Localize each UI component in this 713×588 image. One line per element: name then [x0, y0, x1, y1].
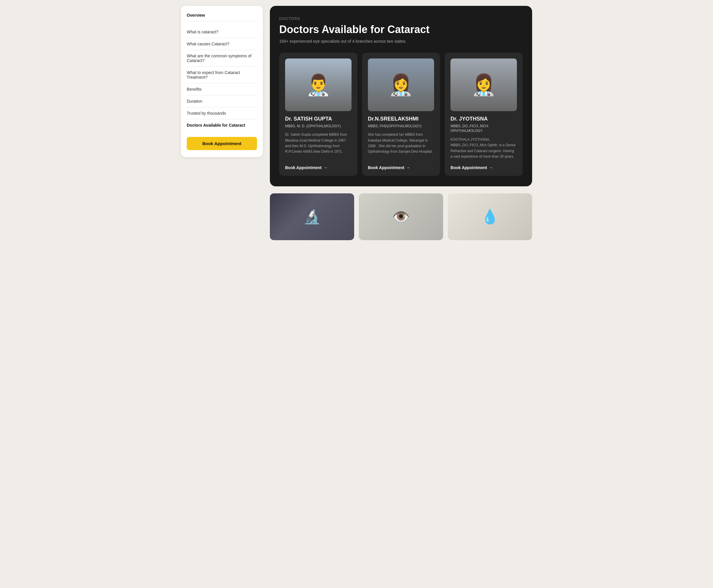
arrow-icon: →	[489, 165, 493, 170]
sidebar-item-common-symptoms[interactable]: What are the common symptoms of Cataract…	[187, 50, 257, 67]
man-eye-img-content: 👁️	[359, 193, 443, 240]
doctor-degree-dr-jyothsna: MBBS.,DO.,FICO.,MCH. OPHTHALMOLOGY.	[450, 124, 517, 134]
sidebar-item-duration[interactable]: Duration	[187, 96, 257, 107]
sidebar-nav: What is cataract?What causes Cataract?Wh…	[187, 26, 257, 131]
sidebar-item-trusted[interactable]: Trusted by thousands	[187, 107, 257, 119]
sidebar-overview-label: Overview	[187, 13, 257, 21]
book-appointment-label: Book Appointment	[450, 165, 487, 170]
page-layout: Overview What is cataract?What causes Ca…	[181, 6, 532, 240]
sidebar-item-what-is-cataract[interactable]: What is cataract?	[187, 26, 257, 38]
doctors-section-title: Doctors Available for Cataract	[279, 24, 523, 36]
doctors-section: DOCTORS Doctors Available for Cataract 1…	[270, 6, 532, 186]
doctors-section-subtitle: 150+ experienced eye specialists out of …	[279, 38, 523, 44]
doctor-name-dr-n-sreelakshmi: Dr.N.SREELAKSHMI	[368, 116, 434, 122]
doctor-card-dr-jyothsna: 👩‍⚕️Dr. JYOTHSNAMBBS.,DO.,FICO.,MCH. OPH…	[445, 52, 523, 176]
sidebar-item-what-to-expect[interactable]: What to expect from Cataract Treatment?	[187, 67, 257, 83]
doctor-name-dr-satish-gupta: Dr. SATISH GUPTA	[285, 116, 351, 122]
doctor-avatar-dr-satish-gupta: 👨‍⚕️	[285, 59, 351, 111]
sidebar-item-what-causes-cataract[interactable]: What causes Cataract?	[187, 38, 257, 50]
doctors-section-label: DOCTORS	[279, 16, 523, 21]
sidebar-book-appointment-button[interactable]: Book Appointment	[187, 137, 257, 150]
doctor-book-button-dr-n-sreelakshmi[interactable]: Book Appointment →	[368, 165, 434, 170]
main-content: DOCTORS Doctors Available for Cataract 1…	[270, 6, 532, 240]
sidebar-item-doctors[interactable]: Doctors Available for Cataract	[187, 119, 257, 131]
doctor-degree-dr-satish-gupta: MBBS, M. D. (OPHTHALMOLOGY)	[285, 124, 351, 129]
doctor-avatar-dr-n-sreelakshmi: 👩‍⚕️	[368, 59, 434, 111]
book-appointment-label: Book Appointment	[285, 165, 322, 170]
doctor-avatar-dr-jyothsna: 👩‍⚕️	[450, 59, 517, 111]
doctor-bio-dr-jyothsna: KOOTHALA JYOTHSNA, MBBS.,DO.,FICO.,Mch.O…	[450, 137, 517, 160]
doctor-name-dr-jyothsna: Dr. JYOTHSNA	[450, 116, 517, 122]
sidebar: Overview What is cataract?What causes Ca…	[181, 6, 263, 157]
doctor-book-button-dr-jyothsna[interactable]: Book Appointment →	[450, 165, 517, 170]
doctor-bio-dr-satish-gupta: Dr. Satish Gupta completed MBBS from Mau…	[285, 132, 351, 160]
sidebar-item-benefits[interactable]: Benefits	[187, 83, 257, 96]
eye-exam-img: 🔬	[270, 193, 354, 240]
doctor-degree-dr-n-sreelakshmi: MBBS, PHD(OPHTHALMOLOGY)	[368, 124, 434, 129]
doctor-bio-dr-n-sreelakshmi: She has completed her MBBS from Kakatiya…	[368, 132, 434, 160]
eye-exam-img-content: 🔬	[270, 193, 354, 240]
arrow-icon: →	[323, 165, 327, 170]
eye-drops-img: 💧	[448, 193, 532, 240]
man-eye-img: 👁️	[359, 193, 443, 240]
doctors-grid: 👨‍⚕️Dr. SATISH GUPTAMBBS, M. D. (OPHTHAL…	[279, 52, 523, 176]
doctor-book-button-dr-satish-gupta[interactable]: Book Appointment →	[285, 165, 351, 170]
eye-drops-img-content: 💧	[448, 193, 532, 240]
book-appointment-label: Book Appointment	[368, 165, 405, 170]
doctor-card-dr-n-sreelakshmi: 👩‍⚕️Dr.N.SREELAKSHMIMBBS, PHD(OPHTHALMOL…	[362, 52, 440, 176]
bottom-images: 🔬👁️💧	[270, 193, 532, 240]
arrow-icon: →	[406, 165, 410, 170]
doctor-card-dr-satish-gupta: 👨‍⚕️Dr. SATISH GUPTAMBBS, M. D. (OPHTHAL…	[279, 52, 358, 176]
